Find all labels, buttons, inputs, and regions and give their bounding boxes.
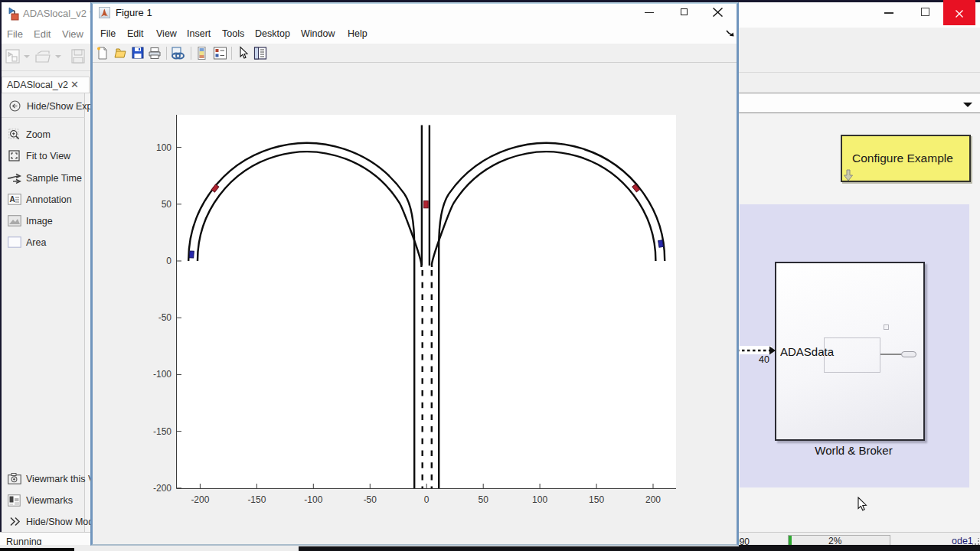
svg-text:100: 100 [156, 142, 172, 153]
svg-text:-150: -150 [153, 426, 172, 437]
svg-text:-100: -100 [153, 369, 172, 380]
svg-text:-150: -150 [247, 494, 266, 505]
svg-text:50: 50 [479, 494, 489, 505]
svg-text:-100: -100 [304, 494, 322, 505]
svg-text:50: 50 [162, 199, 172, 210]
svg-text:-200: -200 [153, 483, 172, 494]
svg-text:-200: -200 [191, 494, 209, 505]
svg-text:0: 0 [424, 494, 430, 505]
svg-text:0: 0 [166, 256, 172, 266]
svg-text:100: 100 [532, 494, 547, 505]
svg-text:200: 200 [645, 494, 661, 505]
svg-text:150: 150 [589, 494, 604, 505]
svg-text:-50: -50 [364, 494, 377, 505]
svg-text:-50: -50 [158, 312, 172, 323]
